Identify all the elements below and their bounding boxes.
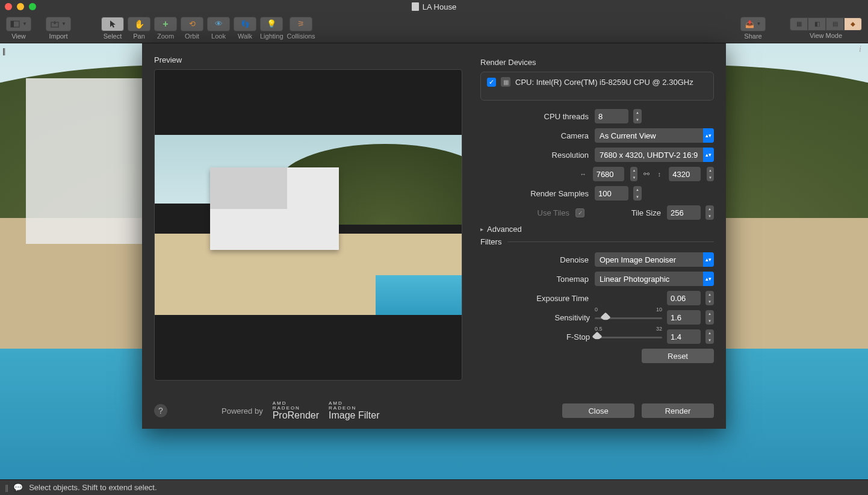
tile-size-label: Tile Size: [631, 208, 662, 217]
main-toolbar: ▼ View ▼ Import Select ✋ Pan + Zoom ⟲: [0, 13, 868, 43]
close-window-button[interactable]: [5, 3, 12, 10]
fstop-slider[interactable]: 0.5 32: [595, 329, 662, 344]
textured-icon: ▤: [832, 20, 838, 27]
render-button[interactable]: Render: [642, 403, 714, 418]
orbit-label: Orbit: [185, 33, 199, 40]
cpu-threads-stepper[interactable]: ▲▼: [633, 109, 642, 123]
walk-tool-button[interactable]: 👣: [234, 17, 256, 31]
use-tiles-checkbox[interactable]: ✓: [575, 208, 584, 217]
link-dimensions-icon[interactable]: ⚯: [643, 170, 649, 178]
chat-icon[interactable]: 💬: [13, 483, 23, 492]
document-title: LA House: [423, 2, 456, 11]
imagefilter-brand: AMD RADEON Image Filter: [329, 401, 379, 420]
select-tool-button[interactable]: [101, 17, 124, 31]
share-menu-button[interactable]: 📤▼: [740, 17, 766, 31]
pan-tool-button[interactable]: ✋: [128, 17, 150, 31]
chevron-updown-icon: ▴▾: [703, 252, 714, 267]
view-mode-3[interactable]: ▤: [826, 17, 844, 31]
preview-frame: [154, 69, 462, 381]
render-devices-title: Render Devices: [480, 58, 714, 67]
orbit-tool-button[interactable]: ⟲: [181, 17, 203, 31]
import-menu-button[interactable]: ▼: [46, 17, 71, 31]
preview-panel: Preview: [142, 43, 474, 393]
chevron-right-icon: ▸: [480, 226, 483, 232]
settings-panel: Render Devices ✓ ▦ CPU: Intel(R) Core(TM…: [474, 43, 726, 393]
view-mode-1[interactable]: ▦: [790, 17, 808, 31]
cpu-device-checkbox[interactable]: ✓: [487, 78, 496, 87]
height-icon: ↕: [656, 170, 663, 178]
cpu-threads-label: CPU threads: [480, 112, 590, 121]
window-controls: [5, 3, 36, 10]
tonemap-select[interactable]: Linear Photographic ▴▾: [595, 272, 714, 286]
rendered-icon: ◆: [851, 20, 855, 27]
orbit-icon: ⟲: [189, 19, 196, 28]
use-tiles-label: Use Tiles: [480, 208, 571, 217]
select-label: Select: [104, 33, 122, 40]
width-icon: ↔: [580, 170, 587, 178]
hand-icon: ✋: [134, 19, 144, 29]
sensitivity-label: Sensitivity: [480, 313, 590, 322]
chevron-updown-icon: ▴▾: [703, 148, 714, 162]
tile-size-stepper[interactable]: ▲▼: [705, 205, 714, 220]
resolution-select[interactable]: 7680 x 4320, UHDTV-2 16:9 ▴▾: [595, 148, 714, 162]
eye-icon: 👁: [215, 19, 223, 28]
view-mode-2[interactable]: ◧: [808, 17, 826, 31]
cpu-chip-icon: ▦: [501, 77, 510, 87]
fstop-stepper[interactable]: ▲▼: [705, 329, 714, 344]
camera-select[interactable]: As Current View ▴▾: [595, 128, 714, 143]
exposure-input[interactable]: 0.06: [667, 291, 701, 305]
preview-title: Preview: [154, 55, 462, 64]
advanced-disclosure[interactable]: ▸ Advanced: [480, 225, 714, 234]
collisions-icon: ⚞: [297, 19, 305, 28]
zoom-tool-button[interactable]: +: [154, 17, 177, 31]
panel-handle-icon[interactable]: |||: [5, 483, 7, 492]
camera-label: Camera: [480, 131, 590, 140]
exposure-label: Exposure Time: [480, 294, 590, 303]
solid-icon: ◧: [814, 20, 820, 27]
height-input[interactable]: 4320: [669, 167, 701, 181]
tonemap-label: Tonemap: [480, 275, 590, 284]
fullscreen-window-button[interactable]: [29, 3, 36, 10]
view-mode-segmented[interactable]: ▦ ◧ ▤ ◆: [790, 17, 862, 31]
cursor-icon: [109, 20, 116, 28]
sensitivity-input[interactable]: 1.6: [667, 310, 701, 325]
view-menu-button[interactable]: ▼: [6, 17, 31, 31]
help-button[interactable]: ?: [154, 404, 167, 417]
samples-input[interactable]: 100: [595, 186, 628, 201]
bulb-icon: 💡: [267, 19, 276, 28]
look-tool-button[interactable]: 👁: [207, 17, 230, 31]
share-icon: 📤: [745, 20, 754, 28]
zoom-icon: +: [163, 19, 168, 30]
reset-button[interactable]: Reset: [642, 349, 714, 363]
footsteps-icon: 👣: [241, 20, 250, 28]
sensitivity-stepper[interactable]: ▲▼: [705, 310, 714, 325]
panel-handle-icon[interactable]: |||: [2, 47, 4, 55]
samples-stepper[interactable]: ▲▼: [633, 186, 642, 201]
close-button[interactable]: Close: [562, 403, 634, 418]
pan-label: Pan: [133, 33, 145, 40]
cpu-threads-input[interactable]: 8: [595, 109, 628, 123]
status-hint: Select objects. Shift to extend select.: [29, 483, 157, 492]
width-stepper[interactable]: ▲▼: [630, 167, 637, 181]
filters-title: Filters: [480, 237, 501, 246]
render-dialog: Preview Render Devices ✓ ▦ CPU: Intel(R)…: [142, 43, 726, 429]
look-label: Look: [211, 33, 226, 40]
sensitivity-slider[interactable]: 0 10: [595, 310, 662, 325]
info-button[interactable]: i: [855, 45, 866, 54]
resolution-label: Resolution: [480, 151, 590, 160]
width-input[interactable]: 7680: [593, 167, 625, 181]
document-icon: [412, 2, 419, 11]
minimize-window-button[interactable]: [17, 3, 24, 10]
exposure-stepper[interactable]: ▲▼: [705, 291, 714, 305]
denoise-select[interactable]: Open Image Denoiser ▴▾: [595, 252, 714, 267]
chevron-updown-icon: ▴▾: [703, 128, 714, 143]
powered-by-label: Powered by: [222, 406, 263, 416]
tile-size-input[interactable]: 256: [667, 205, 701, 220]
height-stepper[interactable]: ▲▼: [707, 167, 714, 181]
collisions-tool-button[interactable]: ⚞: [290, 17, 312, 31]
import-label: Import: [49, 33, 67, 40]
lighting-tool-button[interactable]: 💡: [260, 17, 283, 31]
collisions-label: Collisions: [287, 33, 315, 40]
view-mode-4[interactable]: ◆: [844, 17, 862, 31]
fstop-input[interactable]: 1.4: [667, 329, 701, 344]
